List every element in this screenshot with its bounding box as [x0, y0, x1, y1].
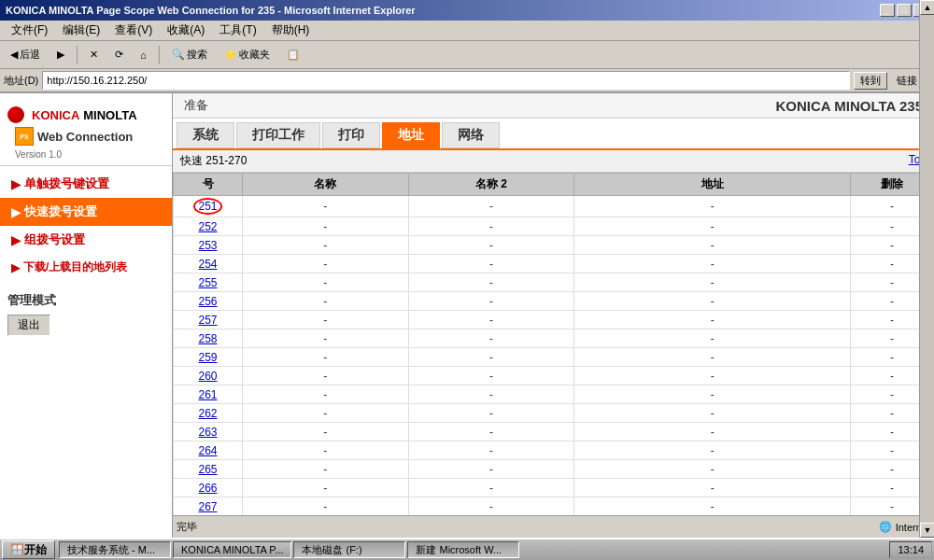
- row-name2: -: [408, 292, 574, 311]
- row-addr: -: [574, 441, 851, 460]
- go-button[interactable]: 转到: [854, 72, 887, 90]
- row-name2: -: [408, 329, 574, 348]
- forward-button[interactable]: ▶: [50, 46, 71, 63]
- search-button[interactable]: 🔍 搜索: [165, 45, 214, 64]
- row-num-264[interactable]: 264: [174, 441, 243, 460]
- menu-view[interactable]: 查看(V): [107, 21, 160, 40]
- favorites-button[interactable]: ⭐ 收藏夹: [218, 45, 276, 64]
- row-num-263[interactable]: 263: [174, 423, 243, 441]
- row-name: -: [243, 404, 409, 423]
- menu-edit[interactable]: 编辑(E): [55, 21, 107, 40]
- tab-print[interactable]: 打印: [322, 122, 380, 148]
- row-name2: -: [408, 479, 574, 497]
- sidebar-item-download-list[interactable]: ▶ 下载/上载目的地列表: [0, 254, 172, 281]
- row-name2: -: [408, 497, 574, 516]
- row-num-255[interactable]: 255: [174, 273, 243, 292]
- row-addr: -: [574, 217, 851, 236]
- row-addr: -: [574, 497, 851, 516]
- row-addr: -: [574, 236, 851, 255]
- address-input[interactable]: [42, 71, 850, 90]
- row-name: -: [243, 348, 409, 367]
- row-num-260[interactable]: 260: [174, 367, 243, 385]
- table-row: 254----: [174, 255, 934, 273]
- sidebar: KONICA MINOLTA PS Web Connection Version…: [0, 93, 173, 538]
- taskbar-clock: 13:14: [889, 541, 932, 558]
- row-name: -: [243, 367, 409, 385]
- minimize-button[interactable]: _: [880, 4, 895, 17]
- row-addr: -: [574, 348, 851, 367]
- tab-print-job[interactable]: 打印工作: [236, 122, 320, 148]
- back-button[interactable]: ◀ 后退: [4, 45, 47, 64]
- menu-favorites[interactable]: 收藏(A): [160, 21, 212, 40]
- row-num-258[interactable]: 258: [174, 329, 243, 348]
- row-name2: -: [408, 255, 574, 273]
- table-row: 265----: [174, 460, 934, 479]
- row-num-267[interactable]: 267: [174, 497, 243, 516]
- sidebar-item-speed-dial[interactable]: ▶ 快速拨号设置: [0, 198, 172, 226]
- home-button[interactable]: ⌂: [134, 47, 153, 63]
- table-row: 253----: [174, 236, 934, 255]
- menu-tools[interactable]: 工具(T): [212, 21, 263, 40]
- row-num-265[interactable]: 265: [174, 460, 243, 479]
- sidebar-item-single-dial[interactable]: ▶ 单触拨号键设置: [0, 170, 172, 198]
- start-button[interactable]: 🪟 开始: [2, 540, 55, 559]
- row-name2: -: [408, 236, 574, 255]
- tab-address[interactable]: 地址: [382, 122, 440, 148]
- maximize-button[interactable]: □: [897, 4, 912, 17]
- taskbar-items: 技术服务系统 - M... KONICA MINOLTA P... 本地磁盘 (…: [59, 541, 889, 558]
- row-num-261[interactable]: 261: [174, 385, 243, 404]
- scroll-down-button[interactable]: ▼: [920, 523, 934, 538]
- row-addr: -: [574, 423, 851, 441]
- table-row: 264----: [174, 441, 934, 460]
- row-num-251[interactable]: 251: [174, 196, 243, 217]
- refresh-button[interactable]: ⟳: [108, 46, 130, 63]
- row-num-257[interactable]: 257: [174, 311, 243, 329]
- nav-arrow-download: ▶: [11, 261, 20, 274]
- col-header-name2: 名称 2: [408, 174, 574, 196]
- taskbar-item-1[interactable]: KONICA MINOLTA P...: [173, 541, 291, 558]
- row-name2: -: [408, 441, 574, 460]
- row-name2: -: [408, 273, 574, 292]
- address-bar: 地址(D) 转到 链接 »: [0, 69, 934, 93]
- row-num-259[interactable]: 259: [174, 348, 243, 367]
- table-row: 267----: [174, 497, 934, 516]
- tab-network[interactable]: 网络: [442, 122, 500, 148]
- row-addr: -: [574, 367, 851, 385]
- stop-button[interactable]: ✕: [83, 46, 105, 63]
- taskbar-item-2[interactable]: 本地磁盘 (F:): [293, 541, 405, 558]
- table-row: 255----: [174, 273, 934, 292]
- nav-arrow-single: ▶: [11, 177, 21, 191]
- tab-system[interactable]: 系统: [177, 122, 234, 148]
- row-num-253[interactable]: 253: [174, 236, 243, 255]
- sidebar-item-group-dial[interactable]: ▶ 组拨号设置: [0, 226, 172, 254]
- row-num-254[interactable]: 254: [174, 255, 243, 273]
- logo-area: KONICA MINOLTA PS Web Connection Version…: [0, 101, 172, 166]
- version-label: Version 1.0: [7, 149, 164, 160]
- row-num-266[interactable]: 266: [174, 479, 243, 497]
- toolbar: ◀ 后退 ▶ ✕ ⟳ ⌂ 🔍 搜索 ⭐ 收藏夹 📋: [0, 41, 934, 69]
- nav-arrow-group: ▶: [11, 233, 21, 247]
- row-num-262[interactable]: 262: [174, 404, 243, 423]
- menu-file[interactable]: 文件(F): [4, 21, 55, 40]
- scrollbar[interactable]: ▲ ▼: [919, 0, 934, 538]
- content-area: 准备 KONICA MINOLTA 235 系统 打印工作 打印 地址 网络 快…: [173, 93, 934, 538]
- logout-button[interactable]: 退出: [7, 315, 50, 336]
- taskbar-item-3[interactable]: 新建 Microsoft W...: [407, 541, 519, 558]
- row-name: -: [243, 460, 409, 479]
- menu-help[interactable]: 帮助(H): [264, 21, 318, 40]
- row-num-256[interactable]: 256: [174, 292, 243, 311]
- links-label: 链接: [897, 74, 917, 88]
- nav-arrow-speed: ▶: [11, 205, 21, 219]
- row-name: -: [243, 217, 409, 236]
- table-row: 258----: [174, 329, 934, 348]
- scroll-up-button[interactable]: ▲: [920, 0, 934, 15]
- konica-text: KONICA: [32, 108, 79, 122]
- row-addr: -: [574, 196, 851, 217]
- history-button[interactable]: 📋: [280, 46, 306, 63]
- row-num-252[interactable]: 252: [174, 217, 243, 236]
- row-addr: -: [574, 385, 851, 404]
- address-label: 地址(D): [4, 74, 38, 88]
- row-addr: -: [574, 329, 851, 348]
- taskbar-item-0[interactable]: 技术服务系统 - M...: [59, 541, 171, 558]
- table-row: 252----: [174, 217, 934, 236]
